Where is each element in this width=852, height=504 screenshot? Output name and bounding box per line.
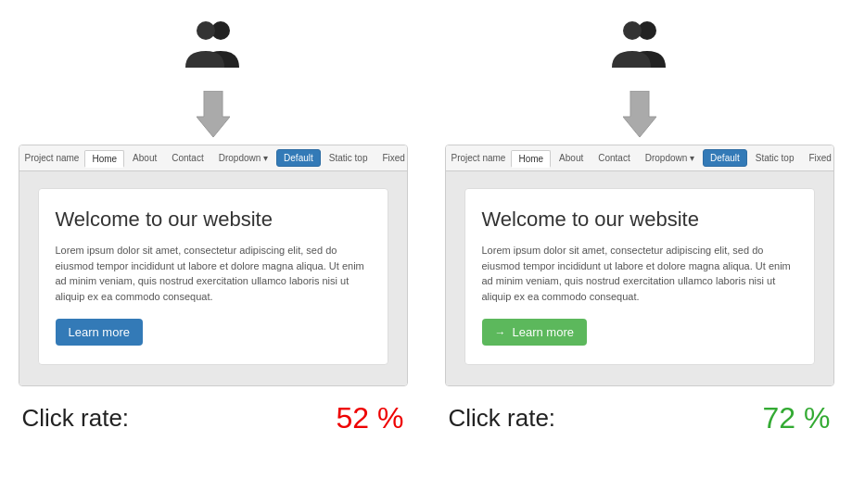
learn-more-label-b: Learn more xyxy=(513,325,574,339)
browser-nav-b: Project name Home About Contact Dropdown… xyxy=(446,145,833,171)
variant-b: Project name Home About Contact Dropdown… xyxy=(445,19,834,435)
users-icon-a xyxy=(176,19,250,74)
nav-home-a[interactable]: Home xyxy=(84,150,124,168)
main-container: Project name Home About Contact Dropdown… xyxy=(19,19,833,435)
nav-brand-b: Project name xyxy=(451,153,506,163)
learn-more-button-a[interactable]: Learn more xyxy=(56,319,143,346)
nav-dropdown-a[interactable]: Dropdown ▾ xyxy=(212,150,274,166)
nav-brand-a: Project name xyxy=(25,153,80,163)
content-card-b: Welcome to our website Lorem ipsum dolor… xyxy=(464,188,815,365)
nav-contact-b[interactable]: Contact xyxy=(591,150,636,166)
svg-marker-2 xyxy=(197,91,230,137)
click-rate-row-b: Click rate: 72 % xyxy=(445,401,834,435)
svg-point-1 xyxy=(197,21,215,40)
nav-contact-a[interactable]: Contact xyxy=(165,150,210,166)
nav-home-b[interactable]: Home xyxy=(511,150,551,168)
nav-default-a[interactable]: Default xyxy=(276,149,321,167)
nav-fixed-a[interactable]: Fixed top xyxy=(375,150,407,166)
click-rate-value-a: 52 % xyxy=(337,401,404,435)
svg-point-4 xyxy=(623,21,642,40)
nav-dropdown-b[interactable]: Dropdown ▾ xyxy=(639,150,701,166)
arrow-down-b xyxy=(623,91,656,137)
content-card-a: Welcome to our website Lorem ipsum dolor… xyxy=(38,188,388,365)
learn-more-label-a: Learn more xyxy=(69,325,130,339)
welcome-title-a: Welcome to our website xyxy=(56,208,371,232)
click-rate-label-a: Click rate: xyxy=(22,404,130,433)
lorem-text-a: Lorem ipsum dolor sit amet, consectetur … xyxy=(56,243,371,304)
nav-fixed-b[interactable]: Fixed top xyxy=(802,150,833,166)
users-icon-b xyxy=(603,19,677,74)
svg-marker-5 xyxy=(623,91,656,137)
click-rate-label-b: Click rate: xyxy=(449,404,556,433)
variant-a: Project name Home About Contact Dropdown… xyxy=(19,19,408,435)
browser-content-b: Welcome to our website Lorem ipsum dolor… xyxy=(446,171,833,385)
nav-about-a[interactable]: About xyxy=(126,150,163,166)
nav-about-b[interactable]: About xyxy=(553,150,590,166)
nav-static-a[interactable]: Static top xyxy=(323,150,375,166)
click-rate-row-a: Click rate: 52 % xyxy=(19,401,408,435)
browser-nav-a: Project name Home About Contact Dropdown… xyxy=(19,145,407,171)
nav-default-b[interactable]: Default xyxy=(703,149,747,167)
browser-mockup-b: Project name Home About Contact Dropdown… xyxy=(445,145,834,386)
click-rate-value-b: 72 % xyxy=(763,401,831,435)
browser-content-a: Welcome to our website Lorem ipsum dolor… xyxy=(19,171,407,385)
browser-mockup-a: Project name Home About Contact Dropdown… xyxy=(19,145,408,386)
nav-static-b[interactable]: Static top xyxy=(749,150,801,166)
lorem-text-b: Lorem ipsum dolor sit amet, consectetur … xyxy=(482,243,797,304)
arrow-down-a xyxy=(197,91,230,137)
learn-more-button-b[interactable]: → Learn more xyxy=(482,319,587,346)
arrow-icon-b: → xyxy=(495,326,506,339)
welcome-title-b: Welcome to our website xyxy=(482,208,797,232)
